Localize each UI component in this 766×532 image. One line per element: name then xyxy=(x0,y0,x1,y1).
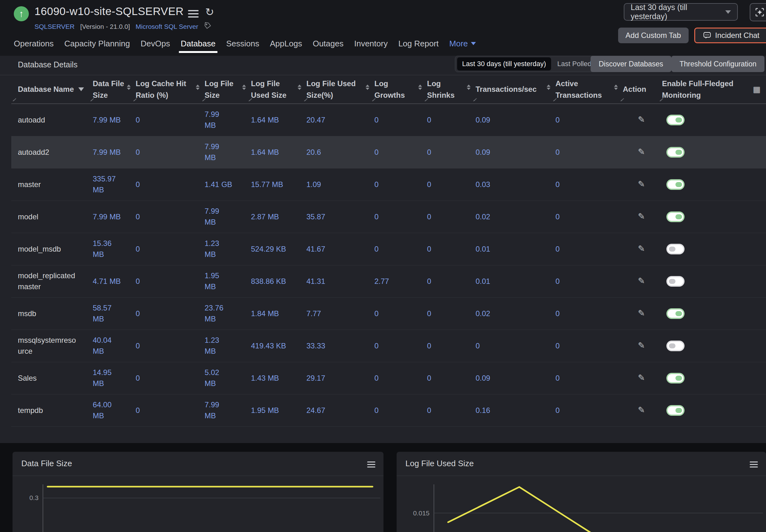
column-resize-handle[interactable] xyxy=(425,98,430,102)
metric-value[interactable]: 0 xyxy=(132,298,201,330)
full-fledged-monitoring-toggle[interactable] xyxy=(668,245,683,253)
metric-value[interactable]: 0 xyxy=(423,169,472,201)
metric-value[interactable]: 0 xyxy=(132,104,201,136)
time-period-dropdown[interactable]: Last 30 days (till yesterday) xyxy=(624,3,738,21)
full-fledged-monitoring-toggle[interactable] xyxy=(668,277,683,285)
metric-value[interactable]: 0.09 xyxy=(472,104,552,136)
edit-pencil-icon[interactable]: ✎ xyxy=(623,372,645,384)
metric-value[interactable]: 20.6 xyxy=(303,136,371,168)
metric-value[interactable]: 15.77 MB xyxy=(247,169,303,201)
metric-value[interactable]: 0 xyxy=(371,298,423,330)
column-header-log-shrinks[interactable]: Log Shrinks xyxy=(423,75,472,103)
edit-pencil-icon[interactable]: ✎ xyxy=(623,243,645,255)
metric-value[interactable]: 7.99 MB xyxy=(89,104,132,136)
edit-pencil-icon[interactable]: ✎ xyxy=(623,178,645,190)
metric-value[interactable]: 0 xyxy=(552,104,619,136)
metric-value[interactable]: 0 xyxy=(371,362,423,394)
full-fledged-monitoring-toggle[interactable] xyxy=(668,213,683,221)
metric-value[interactable]: 33.33 xyxy=(303,330,371,362)
metric-value[interactable]: 0 xyxy=(371,330,423,362)
metric-value[interactable]: 1.43 MB xyxy=(247,362,303,394)
edit-pencil-icon[interactable]: ✎ xyxy=(623,146,645,158)
metric-value[interactable]: 0 xyxy=(552,394,619,426)
metric-value[interactable]: 40.04 MB xyxy=(89,330,132,362)
column-resize-handle[interactable] xyxy=(91,98,95,102)
sort-icon[interactable] xyxy=(467,85,471,90)
tab-capacity-planning[interactable]: Capacity Planning xyxy=(64,39,130,53)
metric-value[interactable]: 0 xyxy=(132,201,201,233)
column-header-data-file-size[interactable]: Data File Size xyxy=(89,75,132,103)
full-fledged-monitoring-toggle[interactable] xyxy=(668,148,683,156)
metric-value[interactable]: 0 xyxy=(371,201,423,233)
incident-chat-button[interactable]: Incident Chat xyxy=(694,28,766,43)
tab-database[interactable]: Database xyxy=(181,39,216,53)
edit-pencil-icon[interactable]: ✎ xyxy=(623,340,645,352)
edit-pencil-icon[interactable]: ✎ xyxy=(623,404,645,416)
metric-value[interactable]: 0 xyxy=(371,233,423,265)
metric-value[interactable]: 20.47 xyxy=(303,104,371,136)
column-header-log-growths[interactable]: Log Growths xyxy=(371,75,423,103)
metric-value[interactable]: 0 xyxy=(371,104,423,136)
metric-value[interactable]: 838.86 KB xyxy=(247,265,303,297)
metric-value[interactable]: 7.99 MB xyxy=(201,394,247,426)
metric-value[interactable]: 58.57 MB xyxy=(89,298,132,330)
metric-value[interactable]: 0 xyxy=(423,104,472,136)
metric-value[interactable]: 23.76 MB xyxy=(201,298,247,330)
metric-value[interactable]: 1.23 MB xyxy=(201,233,247,265)
metric-value[interactable]: 0.02 xyxy=(472,298,552,330)
metric-value[interactable]: 0 xyxy=(552,265,619,297)
metric-value[interactable]: 15.36 MB xyxy=(89,233,132,265)
column-resize-handle[interactable] xyxy=(373,98,377,102)
metric-value[interactable]: 0 xyxy=(552,298,619,330)
metric-value[interactable]: 419.43 KB xyxy=(247,330,303,362)
metric-value[interactable]: 4.71 MB xyxy=(89,265,132,297)
metric-value[interactable]: 7.99 MB xyxy=(89,136,132,168)
metric-value[interactable]: 0 xyxy=(552,362,619,394)
column-header-log-file-size[interactable]: Log File Size xyxy=(201,75,247,103)
metric-value[interactable]: 0 xyxy=(552,169,619,201)
full-fledged-monitoring-toggle[interactable] xyxy=(668,180,683,189)
metric-value[interactable]: 1.09 xyxy=(303,169,371,201)
metric-value[interactable]: 64.00 MB xyxy=(89,394,132,426)
metric-value[interactable]: 14.95 MB xyxy=(89,362,132,394)
metric-value[interactable]: 41.67 xyxy=(303,233,371,265)
edit-pencil-icon[interactable]: ✎ xyxy=(623,307,645,320)
metric-value[interactable]: 0 xyxy=(552,330,619,362)
period-toggle-selected[interactable]: Last 30 days (till yesterday) xyxy=(457,57,551,70)
chart-menu-icon[interactable] xyxy=(750,460,758,469)
metric-value[interactable]: 0 xyxy=(423,362,472,394)
metric-value[interactable]: 1.84 MB xyxy=(247,298,303,330)
metric-value[interactable]: 524.29 KB xyxy=(247,233,303,265)
tab-outages[interactable]: Outages xyxy=(313,39,343,53)
metric-value[interactable]: 1.64 MB xyxy=(247,136,303,168)
full-fledged-monitoring-toggle[interactable] xyxy=(668,406,683,415)
metric-value[interactable]: 29.17 xyxy=(303,362,371,394)
metric-value[interactable]: 2.87 MB xyxy=(247,201,303,233)
metric-value[interactable]: 5.02 MB xyxy=(201,362,247,394)
column-header-log-cache-hit-ratio[interactable]: Log Cache Hit Ratio (%) xyxy=(132,75,201,103)
metric-value[interactable]: 0 xyxy=(132,362,201,394)
metric-value[interactable]: 0.01 xyxy=(472,265,552,297)
column-resize-handle[interactable] xyxy=(621,98,625,102)
metric-value[interactable]: 0 xyxy=(552,136,619,168)
column-resize-handle[interactable] xyxy=(305,98,309,102)
sort-icon[interactable] xyxy=(196,85,200,90)
refresh-icon[interactable]: ↻ xyxy=(205,6,214,18)
metric-value[interactable]: 0 xyxy=(371,169,423,201)
metric-value[interactable]: 1.23 MB xyxy=(201,330,247,362)
tab-devops[interactable]: DevOps xyxy=(141,39,170,53)
column-header-database-name[interactable]: Database Name xyxy=(11,75,89,103)
metric-value[interactable]: 2.77 xyxy=(371,265,423,297)
metric-value[interactable]: 7.99 MB xyxy=(201,201,247,233)
metric-value[interactable]: 0 xyxy=(423,298,472,330)
column-resize-handle[interactable] xyxy=(13,98,18,102)
edit-pencil-icon[interactable]: ✎ xyxy=(623,211,645,223)
metric-value[interactable]: 0 xyxy=(552,233,619,265)
metric-value[interactable]: 1.95 MB xyxy=(201,265,247,297)
metric-value[interactable]: 0 xyxy=(132,265,201,297)
metric-value[interactable]: 0 xyxy=(132,169,201,201)
metric-value[interactable]: 0 xyxy=(132,136,201,168)
column-resize-handle[interactable] xyxy=(203,98,207,102)
metric-value[interactable]: 335.97 MB xyxy=(89,169,132,201)
metric-value[interactable]: 0 xyxy=(132,394,201,426)
